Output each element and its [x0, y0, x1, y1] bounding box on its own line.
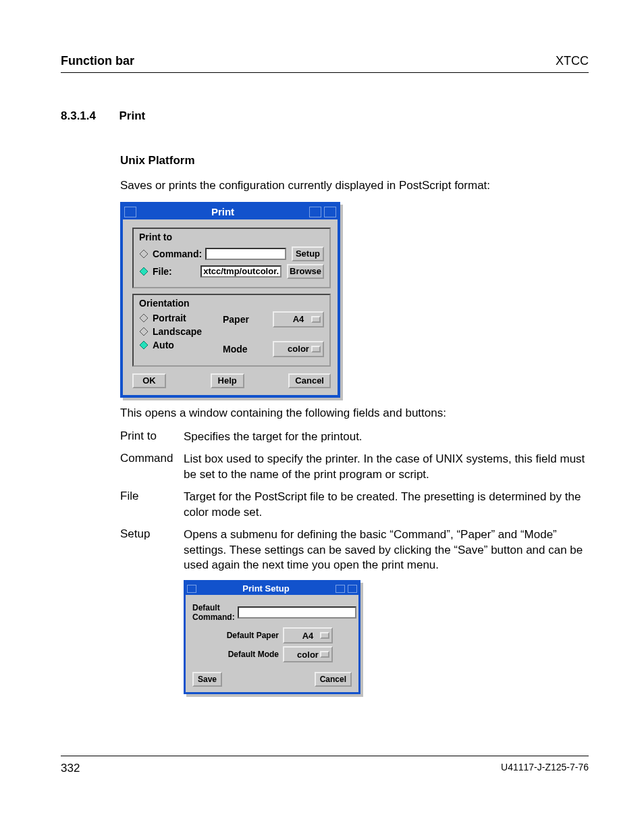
svg-marker-3 [140, 327, 148, 336]
file-input[interactable] [200, 265, 281, 278]
mode-select[interactable]: color [273, 341, 324, 357]
print-setup-titlebar[interactable]: Print Setup [186, 582, 358, 595]
def-term: Setup [120, 527, 184, 574]
command-input[interactable] [205, 248, 286, 260]
help-button[interactable]: Help [211, 373, 244, 388]
orientation-label: Orientation [139, 298, 223, 309]
def-setup: Setup Opens a submenu for defining the b… [120, 527, 589, 574]
def-desc: Target for the PostScript file to be cre… [184, 490, 589, 521]
diamond-radio-icon[interactable] [139, 249, 149, 259]
default-mode-select[interactable]: color [283, 646, 333, 662]
command-label[interactable]: Command: [153, 248, 205, 259]
setup-button[interactable]: Setup [292, 246, 324, 261]
def-term: Command [120, 452, 184, 483]
def-command: Command List box used to specify the pri… [120, 452, 589, 483]
svg-marker-4 [140, 341, 148, 349]
def-term: Print to [120, 429, 184, 445]
def-desc: Opens a submenu for defining the basic “… [184, 527, 589, 574]
unix-platform-heading: Unix Platform [120, 154, 589, 167]
paper-label: Paper [223, 314, 258, 325]
mode-label: Mode [223, 344, 258, 355]
dropdown-stub-icon [311, 316, 321, 323]
section-number: 8.3.1.4 [61, 109, 96, 123]
diamond-radio-icon[interactable] [139, 327, 149, 336]
fields-intro: This opens a window containing the follo… [120, 406, 589, 421]
print-setup-dialog: Print Setup Default Command: Default Pap… [184, 580, 360, 694]
svg-marker-1 [140, 267, 148, 276]
section-heading: 8.3.1.4 Print [61, 109, 589, 123]
running-header: Function bar XTCC [61, 54, 589, 73]
document-id: U41117-J-Z125-7-76 [501, 762, 589, 775]
def-file: File Target for the PostScript file to b… [120, 490, 589, 521]
minimize-icon[interactable] [309, 207, 321, 217]
header-right: XTCC [556, 54, 589, 68]
cancel-button[interactable]: Cancel [315, 672, 352, 687]
svg-marker-0 [140, 250, 148, 258]
print-dialog-titlebar[interactable]: Print [123, 205, 338, 219]
def-desc: List box used to specify the printer. In… [184, 452, 589, 483]
def-desc: Specifies the target for the printout. [184, 429, 363, 445]
portrait-radio-label[interactable]: Portrait [153, 313, 186, 323]
file-label[interactable]: File: [153, 266, 200, 277]
section-title: Print [119, 109, 145, 123]
save-button[interactable]: Save [192, 672, 222, 687]
window-menu-icon[interactable] [187, 585, 196, 593]
default-command-label: Default Command: [192, 603, 235, 622]
paper-select[interactable]: A4 [273, 311, 324, 327]
diamond-radio-icon[interactable] [139, 313, 149, 323]
page-number: 332 [61, 762, 80, 775]
cancel-button[interactable]: Cancel [288, 373, 331, 388]
print-setup-title: Print Setup [198, 583, 334, 594]
orientation-group: Orientation Portrait Landscape Auto [132, 294, 331, 367]
default-paper-select[interactable]: A4 [283, 627, 333, 644]
browse-button[interactable]: Browse [287, 264, 324, 279]
dropdown-stub-icon [311, 346, 321, 352]
def-term: File [120, 490, 184, 521]
default-mode-label: Default Mode [211, 650, 283, 659]
print-dialog: Print Print to Command: Setup File: Brow… [120, 202, 340, 398]
maximize-icon[interactable] [324, 207, 336, 217]
dropdown-stub-icon [320, 632, 329, 639]
intro-paragraph: Saves or prints the configuration curren… [120, 178, 589, 194]
dropdown-stub-icon [320, 651, 329, 658]
minimize-icon[interactable] [336, 585, 345, 593]
diamond-radio-icon[interactable] [139, 340, 149, 350]
running-footer: 332 U41117-J-Z125-7-76 [61, 756, 589, 775]
svg-marker-2 [140, 314, 148, 322]
print-to-group: Print to Command: Setup File: Browse [132, 228, 331, 288]
print-to-label: Print to [139, 232, 324, 242]
diamond-radio-icon[interactable] [139, 267, 149, 276]
auto-radio-label[interactable]: Auto [153, 340, 174, 350]
default-command-input[interactable] [238, 606, 356, 619]
default-paper-label: Default Paper [211, 631, 283, 640]
window-menu-icon[interactable] [124, 207, 136, 217]
def-print-to: Print to Specifies the target for the pr… [120, 429, 589, 445]
header-left: Function bar [61, 54, 134, 68]
landscape-radio-label[interactable]: Landscape [153, 326, 202, 337]
print-dialog-title: Print [138, 206, 308, 217]
ok-button[interactable]: OK [132, 373, 166, 388]
maximize-icon[interactable] [348, 585, 357, 593]
